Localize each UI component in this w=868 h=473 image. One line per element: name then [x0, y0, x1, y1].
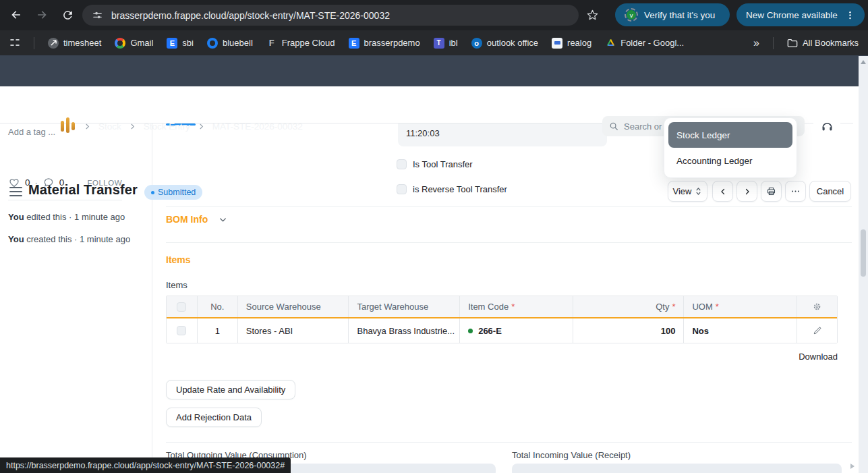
bookmarks-separator — [34, 37, 34, 49]
items-field-label: Items — [166, 280, 187, 290]
ellipsis-icon — [790, 186, 801, 196]
bookmark-ibl[interactable]: Tibl — [434, 38, 458, 49]
forward-icon[interactable] — [34, 7, 50, 23]
back-icon[interactable] — [8, 7, 24, 23]
total-incoming-label: Total Incoming Value (Receipt) — [512, 450, 631, 460]
col-source-warehouse: Source Warehouse — [238, 296, 349, 317]
apps-grid-icon[interactable] — [9, 38, 20, 49]
add-rejection-button[interactable]: Add Rejection Data — [166, 408, 262, 427]
more-actions-button[interactable] — [785, 181, 806, 202]
help-headphones-button[interactable] — [813, 114, 840, 138]
status-dot-icon — [151, 191, 154, 194]
scroll-right-icon[interactable] — [850, 464, 855, 469]
verify-badge-icon: v — [625, 8, 638, 22]
add-tag-button[interactable]: Add a tag ... — [8, 127, 55, 137]
prev-document-button[interactable] — [712, 181, 733, 202]
next-document-button[interactable] — [736, 181, 757, 202]
select-all-checkbox[interactable] — [177, 302, 186, 312]
browser-menu-icon[interactable] — [845, 10, 855, 20]
bom-info-section-toggle[interactable]: BOM Info — [166, 214, 227, 225]
refresh-icon[interactable] — [59, 7, 76, 23]
created-info: You created this · 1 minute ago — [8, 233, 136, 246]
ibl-favicon: T — [434, 38, 444, 49]
scrollbar-thumb[interactable] — [861, 229, 866, 277]
col-uom: UOM* — [684, 296, 797, 317]
bookmark-star-icon[interactable] — [584, 7, 600, 23]
cell-uom[interactable]: Nos — [684, 318, 797, 343]
realog-favicon — [552, 38, 562, 49]
print-button[interactable] — [761, 181, 782, 202]
row-edit-button[interactable] — [797, 318, 837, 343]
bookmark-sbi[interactable]: Esbi — [167, 38, 194, 49]
link-status-bar: https://brasserpdemo.frappe.cloud/app/st… — [0, 457, 291, 473]
section-divider — [166, 242, 852, 243]
cancel-button[interactable]: Cancel — [809, 181, 851, 202]
address-bar[interactable]: brasserpdemo.frappe.cloud/app/stock-entr… — [82, 5, 579, 26]
chevron-down-icon — [219, 215, 227, 224]
chevron-right-icon — [198, 123, 205, 130]
grid-settings-button[interactable] — [797, 296, 837, 317]
download-link[interactable]: Download — [166, 352, 838, 362]
item-status-dot — [468, 329, 473, 333]
verify-identity-button[interactable]: v Verify that it's you — [615, 3, 730, 26]
menu-item-accounting-ledger[interactable]: Accounting Ledger — [668, 148, 792, 173]
bookmarks-overflow-chevrons[interactable]: » — [753, 37, 759, 49]
cell-target-warehouse[interactable]: Bhavya Brass Industrie... — [349, 318, 460, 343]
bookmark-realog[interactable]: realog — [552, 38, 591, 49]
breadcrumb: Stock Stock Entry MAT-STE-2026-00032 — [84, 111, 303, 142]
is-reverse-tool-transfer-row: is Reverse Tool Transfer — [397, 184, 507, 194]
col-no: No. — [198, 296, 238, 317]
menu-item-stock-ledger[interactable]: Stock Ledger — [668, 122, 792, 148]
items-section-title: Items — [166, 254, 191, 265]
bookmark-gmail[interactable]: Gmail — [115, 38, 153, 49]
section-divider — [166, 442, 852, 443]
site-settings-icon[interactable] — [92, 9, 103, 21]
frappe-cloud-favicon: F — [266, 38, 277, 49]
bookmarks-bar: timesheet Gmail Esbi bluebell FFrappe Cl… — [0, 30, 868, 55]
posting-time-field[interactable]: 11:20:03 — [398, 123, 607, 146]
breadcrumb-document[interactable]: MAT-STE-2026-00032 — [212, 121, 303, 132]
url-text: brasserpdemo.frappe.cloud/app/stock-entr… — [111, 10, 390, 21]
updown-chevron-icon — [695, 187, 702, 196]
chrome-update-button[interactable]: New Chrome available — [736, 3, 865, 26]
items-table-header: No. Source Warehouse Target Warehouse It… — [167, 296, 837, 318]
bookmarks-separator-2 — [773, 37, 774, 49]
bookmark-timesheet[interactable]: timesheet — [48, 38, 101, 49]
is-reverse-tool-transfer-label: is Reverse Tool Transfer — [413, 184, 507, 194]
all-bookmarks-button[interactable]: All Bookmarks — [787, 38, 859, 48]
update-rate-button[interactable]: Update Rate and Availability — [166, 380, 295, 399]
table-row: 1 Stores - ABI Bhavya Brass Industrie...… — [167, 318, 837, 343]
is-reverse-tool-transfer-checkbox[interactable] — [397, 184, 407, 194]
row-select-checkbox[interactable] — [177, 326, 186, 335]
bookmark-brasserpdemo[interactable]: Ebrasserpdemo — [349, 38, 420, 49]
bookmark-outlook[interactable]: ooutlook office — [471, 38, 538, 49]
scroll-up-icon[interactable] — [861, 60, 866, 64]
chevron-right-icon — [84, 123, 91, 130]
menu-hamburger-icon[interactable] — [9, 187, 22, 199]
sbi-favicon: E — [167, 38, 177, 49]
vertical-scrollbar[interactable] — [859, 56, 868, 473]
timesheet-favicon — [48, 38, 59, 49]
browser-toolbar: brasserpdemo.frappe.cloud/app/stock-entr… — [0, 0, 868, 30]
cell-item-code[interactable]: 266-E — [460, 318, 573, 343]
is-tool-transfer-row: Is Tool Transfer — [397, 159, 473, 169]
cell-qty[interactable]: 100 — [573, 318, 685, 343]
bookmark-bluebell[interactable]: bluebell — [207, 38, 253, 49]
view-button[interactable]: View — [668, 181, 707, 202]
folder-icon — [787, 38, 798, 48]
update-label: New Chrome available — [746, 10, 838, 20]
gmail-favicon — [115, 38, 125, 49]
app-logo[interactable] — [61, 117, 76, 133]
is-tool-transfer-checkbox[interactable] — [397, 159, 407, 169]
total-incoming-field[interactable] — [512, 464, 842, 473]
bluebell-favicon — [207, 38, 218, 49]
bookmark-google-folder[interactable]: Folder - Googl... — [605, 38, 684, 49]
bookmark-frappe-cloud[interactable]: FFrappe Cloud — [266, 38, 335, 49]
chevron-right-icon — [129, 123, 136, 130]
status-badge: Submitted — [144, 185, 202, 200]
cell-source-warehouse[interactable]: Stores - ABI — [238, 318, 349, 343]
verify-label: Verify that it's you — [644, 10, 715, 20]
breadcrumb-stock[interactable]: Stock — [98, 121, 121, 132]
breadcrumb-stock-entry[interactable]: Stock Entry — [144, 121, 190, 132]
col-qty: Qty* — [573, 296, 685, 317]
